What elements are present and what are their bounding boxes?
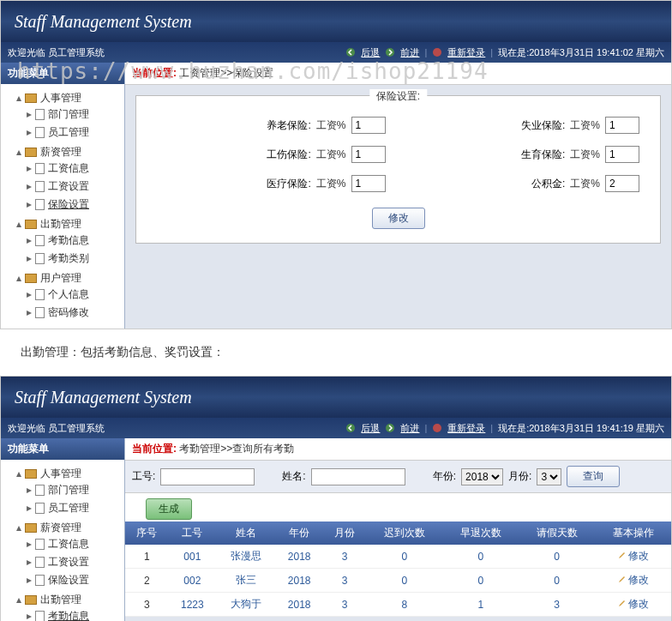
back-icon (345, 47, 356, 57)
tree-item-label[interactable]: 保险设置 (48, 574, 89, 586)
folder-icon (25, 274, 37, 283)
app-shell-insurance: Staff Management System 欢迎光临 员工管理系统 后退 前… (0, 0, 672, 329)
tree-item[interactable]: ▸考勤类别 (25, 250, 121, 268)
tree-item[interactable]: ▸考勤信息 (25, 232, 121, 250)
tree-item[interactable]: ▸保险设置 (25, 196, 121, 214)
back-link[interactable]: 后退 (361, 422, 380, 435)
tree-folder-label[interactable]: 用户管理 (40, 272, 81, 284)
tree-toggle-icon[interactable]: ▴ (15, 146, 23, 158)
empno-label: 工号: (132, 469, 155, 484)
tree-folder-label[interactable]: 人事管理 (40, 467, 81, 479)
tree-item[interactable]: ▸员工管理 (25, 499, 121, 517)
relogin-link[interactable]: 重新登录 (447, 46, 485, 59)
folder-icon (25, 93, 37, 103)
back-link[interactable]: 后退 (361, 46, 380, 59)
tree-item[interactable]: ▸部门管理 (25, 481, 121, 499)
submit-button[interactable]: 修改 (372, 208, 425, 229)
tree-folder-label[interactable]: 薪资管理 (40, 522, 81, 534)
tree-item[interactable]: ▸工资设置 (25, 178, 121, 196)
medical-input[interactable] (351, 175, 386, 192)
tree-folder[interactable]: ▴出勤管理▸考勤信息▸考勤类别 (15, 215, 121, 269)
sidebar: 功能菜单 ▴人事管理▸部门管理▸员工管理▴薪资管理▸工资信息▸工资设置▸保险设置… (1, 438, 125, 621)
tree-item-label[interactable]: 员工管理 (48, 502, 89, 514)
tree-item-label[interactable]: 部门管理 (48, 108, 89, 120)
tree-toggle-icon[interactable]: ▴ (15, 272, 23, 284)
tree-toggle-icon[interactable]: ▴ (15, 218, 23, 230)
tree-item[interactable]: ▸员工管理 (25, 124, 121, 142)
tree-leaf-icon: ▸ (25, 162, 33, 174)
month-select[interactable]: 3 (537, 468, 561, 485)
breadcrumb: 当前位置: 考勤管理>>查询所有考勤 (125, 438, 671, 461)
tree-item-label[interactable]: 员工管理 (48, 126, 89, 138)
year-select[interactable]: 2018 (461, 468, 503, 485)
tree-toggle-icon[interactable]: ▴ (15, 467, 23, 479)
caption-text: 出勤管理：包括考勤信息、奖罚设置： (0, 329, 672, 376)
tree-toggle-icon[interactable]: ▴ (15, 522, 23, 534)
tree-folder[interactable]: ▴薪资管理▸工资信息▸工资设置▸保险设置 (15, 519, 121, 591)
tree-item-label[interactable]: 个人信息 (48, 288, 89, 300)
tree-folder[interactable]: ▴出勤管理▸考勤信息▸考勤奖罚 (15, 591, 121, 621)
tree-item[interactable]: ▸密码修改 (25, 304, 121, 322)
tree-leaf-icon: ▸ (25, 108, 33, 120)
tree-item-label[interactable]: 密码修改 (48, 306, 89, 318)
fund-input[interactable] (605, 175, 639, 192)
tree-item-label[interactable]: 工资设置 (48, 556, 89, 568)
tree-toggle-icon[interactable]: ▴ (15, 594, 23, 606)
query-button[interactable]: 查询 (567, 466, 620, 487)
breadcrumb-path: 工资管理>>保险设置 (179, 67, 273, 79)
table-cell: 2018 (276, 545, 323, 569)
banner: Staff Management System (1, 1, 671, 42)
tree-item[interactable]: ▸工资信息 (25, 160, 121, 178)
edit-link[interactable]: 修改 (618, 574, 649, 586)
tree-item-label[interactable]: 保险设置 (48, 198, 89, 210)
breadcrumb: 当前位置: 工资管理>>保险设置 (125, 63, 671, 85)
search-bar: 工号: 姓名: 年份: 2018 月份: 3 查询 (125, 461, 671, 493)
injury-input[interactable] (351, 146, 386, 163)
generate-button[interactable]: 生成 (146, 498, 192, 520)
tree-folder[interactable]: ▴人事管理▸部门管理▸员工管理 (15, 89, 121, 143)
file-icon (35, 307, 45, 318)
welcome-text: 欢迎光临 员工管理系统 (8, 46, 105, 59)
tree-folder-label[interactable]: 出勤管理 (40, 218, 81, 230)
name-input[interactable] (311, 468, 405, 485)
tree-folder-label[interactable]: 人事管理 (40, 92, 81, 104)
tree-folder[interactable]: ▴薪资管理▸工资信息▸工资设置▸保险设置 (15, 143, 121, 215)
medical-label: 医疗保险: (267, 177, 310, 191)
maternity-input[interactable] (605, 146, 639, 163)
edit-link[interactable]: 修改 (618, 550, 649, 562)
edit-link[interactable]: 修改 (618, 598, 649, 610)
pension-input[interactable] (351, 117, 386, 134)
tree-item[interactable]: ▸工资信息 (25, 535, 121, 553)
tree-toggle-icon[interactable]: ▴ (15, 92, 23, 104)
tree-item-label[interactable]: 部门管理 (48, 484, 89, 496)
fund-label: 公积金: (531, 177, 565, 191)
file-icon (35, 539, 45, 550)
tree-item-label[interactable]: 考勤类别 (48, 252, 89, 264)
tree-folder[interactable]: ▴人事管理▸部门管理▸员工管理 (15, 465, 121, 519)
table-cell: 0 (367, 545, 443, 569)
tree-item[interactable]: ▸部门管理 (25, 106, 121, 124)
tree-item-label[interactable]: 工资设置 (48, 180, 89, 192)
tree-folder-label[interactable]: 薪资管理 (40, 146, 81, 158)
tree-item[interactable]: ▸保险设置 (25, 571, 121, 589)
table-cell: 大狗于 (216, 593, 276, 617)
sidebar-title: 功能菜单 (1, 438, 124, 460)
tree-folder-label[interactable]: 出勤管理 (40, 594, 81, 606)
tree-item[interactable]: ▸考勤信息 (25, 607, 121, 621)
forward-link[interactable]: 前进 (400, 46, 419, 59)
tree-item[interactable]: ▸工资设置 (25, 553, 121, 571)
tree-item-label[interactable]: 工资信息 (48, 538, 89, 550)
relogin-link[interactable]: 重新登录 (447, 422, 485, 435)
forward-link[interactable]: 前进 (400, 422, 419, 435)
tree-item[interactable]: ▸个人信息 (25, 286, 121, 304)
tree-item-label[interactable]: 考勤信息 (48, 610, 89, 621)
tree-item-label[interactable]: 工资信息 (48, 162, 89, 174)
tree-folder[interactable]: ▴用户管理▸个人信息▸密码修改 (15, 269, 121, 323)
table-header: 请假天数 (519, 522, 595, 545)
unemployment-input[interactable] (605, 117, 639, 134)
tree-item-label[interactable]: 考勤信息 (48, 234, 89, 246)
table-cell: 0 (442, 545, 519, 569)
file-icon (35, 557, 45, 568)
sidebar-title: 功能菜单 (1, 63, 124, 84)
empno-input[interactable] (160, 468, 255, 485)
